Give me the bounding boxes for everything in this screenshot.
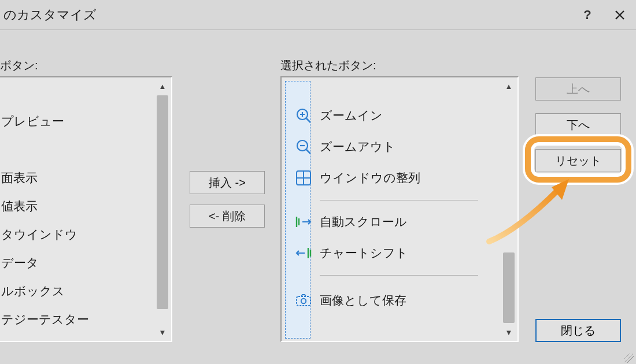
list-item[interactable]: 値表示	[0, 192, 155, 220]
resize-grip-icon[interactable]	[624, 354, 634, 363]
list-item[interactable]: ズームアウト	[287, 132, 395, 162]
chartshift-icon	[287, 244, 320, 262]
list-item[interactable]: テジーテスター	[0, 305, 155, 333]
svg-rect-3	[297, 296, 310, 306]
list-item[interactable]	[0, 79, 155, 107]
window-title: のカスタマイズ	[3, 6, 97, 24]
list-item[interactable]	[0, 135, 155, 164]
scroll-up-icon[interactable]: ▲	[502, 79, 516, 93]
zoom-in-icon	[287, 107, 320, 124]
scroll-up-icon[interactable]: ▲	[156, 79, 169, 93]
selected-listbox[interactable]: ズームイン ズームアウト ウインドウの整列 自動スクロール	[280, 76, 519, 342]
zoom-out-icon	[287, 138, 320, 155]
down-button[interactable]: 下へ	[535, 113, 621, 136]
titlebar: のカスタマイズ ?	[0, 0, 636, 30]
list-item[interactable]: タウインドウ	[0, 220, 155, 248]
separator	[320, 275, 478, 276]
titlebar-icons: ?	[571, 0, 636, 30]
selected-buttons-label: 選択されたボタン:	[280, 58, 376, 73]
available-listbox[interactable]: プレビュー 面表示 値表示 タウインドウ データ ルボックス テジーテスター ▲…	[0, 76, 172, 342]
available-buttons-label: ボタン:	[0, 58, 38, 73]
svg-point-4	[301, 299, 306, 303]
list-item[interactable]: ウインドウの整列	[287, 163, 420, 193]
list-item[interactable]: データ	[0, 248, 155, 277]
list-item[interactable]: ルボックス	[0, 277, 155, 305]
camera-icon	[287, 292, 320, 309]
autoscroll-icon	[287, 213, 320, 231]
list-item[interactable]: 面表示	[0, 164, 155, 192]
scrollbar[interactable]: ▲ ▼	[156, 79, 169, 339]
up-button[interactable]: 上へ	[535, 77, 621, 101]
list-item[interactable]: 画像として保存	[287, 285, 406, 315]
scroll-thumb[interactable]	[503, 252, 515, 323]
insert-button[interactable]: 挿入 ->	[190, 171, 265, 194]
list-item[interactable]: 自動スクロール	[287, 207, 407, 237]
scroll-down-icon[interactable]: ▼	[502, 325, 516, 339]
list-item[interactable]: ズームイン	[287, 101, 383, 131]
close-icon[interactable]	[604, 0, 636, 30]
separator	[320, 200, 478, 200]
scroll-thumb[interactable]	[157, 95, 168, 309]
scroll-down-icon[interactable]: ▼	[156, 325, 169, 339]
list-item[interactable]: チャートシフト	[287, 238, 408, 268]
reset-button[interactable]: リセット	[535, 149, 621, 172]
help-icon[interactable]: ?	[571, 0, 604, 30]
remove-button[interactable]: <- 削除	[190, 205, 265, 228]
scrollbar[interactable]: ▲ ▼	[502, 79, 516, 339]
tile-windows-icon	[287, 169, 320, 187]
close-button[interactable]: 閉じる	[535, 319, 621, 342]
list-item[interactable]: プレビュー	[0, 107, 155, 135]
